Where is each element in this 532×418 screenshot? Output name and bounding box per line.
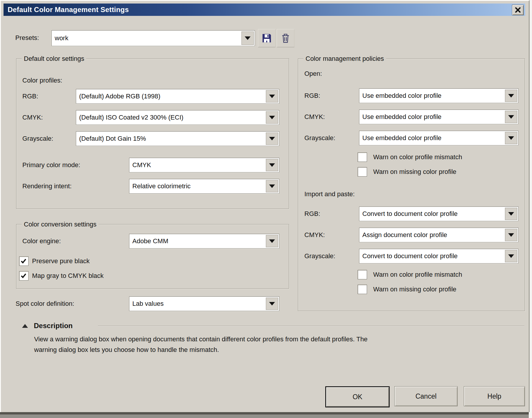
close-button[interactable] <box>512 5 524 15</box>
rendering-intent-value: Relative colorimetric <box>132 182 191 190</box>
group-color-management-policies-title: Color management policies <box>303 55 386 63</box>
map-gray-label[interactable]: Map gray to CMYK black <box>32 272 104 279</box>
group-default-color-settings-title: Default color settings <box>22 55 86 63</box>
dropdown-arrow-icon[interactable] <box>505 111 517 123</box>
preserve-pure-black-checkbox[interactable] <box>19 256 29 266</box>
dropdown-arrow-icon[interactable] <box>266 132 278 145</box>
open-cmyk-label: CMYK: <box>304 113 325 120</box>
description-divider <box>98 326 524 326</box>
open-grayscale-value: Use embedded color profile <box>362 134 441 142</box>
rendering-intent-combo[interactable]: Relative colorimetric <box>129 179 279 194</box>
open-warn-missing-checkbox[interactable] <box>358 167 367 177</box>
import-cmyk-label: CMYK: <box>304 231 325 239</box>
color-management-dialog: Default Color Management Settings Preset… <box>0 0 530 412</box>
dropdown-arrow-icon[interactable] <box>266 159 278 171</box>
import-cmyk-combo[interactable]: Assign document color profile <box>359 228 518 242</box>
import-warn-mismatch-label[interactable]: Warn on color profile mismatch <box>373 271 462 278</box>
help-button[interactable]: Help <box>464 386 525 406</box>
rgb-profile-combo[interactable]: (Default) Adobe RGB (1998) <box>76 89 279 104</box>
dropdown-arrow-icon[interactable] <box>505 132 517 144</box>
open-rgb-value: Use embedded color profile <box>362 92 441 100</box>
group-color-conversion-settings-title: Color conversion settings <box>22 221 99 228</box>
trash-icon <box>280 33 291 44</box>
import-rgb-label: RGB: <box>304 210 320 217</box>
rgb-profile-value: (Default) Adobe RGB (1998) <box>79 93 160 100</box>
import-grayscale-label: Grayscale: <box>304 253 335 260</box>
dialog-bottom-shadow <box>0 414 529 418</box>
description-text-line2: warning dialog box lets you choose how t… <box>34 346 219 353</box>
color-engine-combo[interactable]: Adobe CMM <box>129 234 279 249</box>
dropdown-arrow-icon[interactable] <box>505 208 517 220</box>
delete-preset-button[interactable] <box>277 29 294 47</box>
cmyk-profile-combo[interactable]: (Default) ISO Coated v2 300% (ECI) <box>76 110 279 125</box>
open-warn-missing-label[interactable]: Warn on missing color profile <box>373 168 456 175</box>
preserve-pure-black-label[interactable]: Preserve pure black <box>32 258 90 265</box>
color-engine-label: Color engine: <box>22 238 61 245</box>
presets-combo[interactable]: work <box>51 30 255 46</box>
import-grayscale-combo[interactable]: Convert to document color profile <box>359 249 518 263</box>
ok-button[interactable]: OK <box>325 386 390 407</box>
dropdown-arrow-icon[interactable] <box>266 235 278 247</box>
import-cmyk-value: Assign document color profile <box>362 231 447 239</box>
dropdown-arrow-icon[interactable] <box>266 90 278 103</box>
spot-color-definition-value: Lab values <box>132 300 164 308</box>
rendering-intent-label: Rendering intent: <box>22 183 72 190</box>
save-icon <box>261 33 272 44</box>
dropdown-arrow-icon[interactable] <box>266 180 278 192</box>
description-header[interactable]: Description <box>34 322 73 329</box>
import-rgb-value: Convert to document color profile <box>362 210 458 218</box>
description-collapse-icon[interactable] <box>22 324 28 328</box>
grayscale-profile-label: Grayscale: <box>22 135 53 142</box>
primary-color-mode-value: CMYK <box>132 161 151 169</box>
primary-color-mode-label: Primary color mode: <box>22 162 80 169</box>
dropdown-arrow-icon[interactable] <box>505 229 517 241</box>
map-gray-checkbox[interactable] <box>19 271 29 281</box>
import-rgb-combo[interactable]: Convert to document color profile <box>359 207 518 221</box>
save-preset-button[interactable] <box>258 29 276 47</box>
open-rgb-combo[interactable]: Use embedded color profile <box>359 88 518 103</box>
dropdown-arrow-icon[interactable] <box>505 250 517 262</box>
title-bar[interactable]: Default Color Management Settings <box>4 4 525 16</box>
grayscale-profile-combo[interactable]: (Default) Dot Gain 15% <box>76 131 279 146</box>
dropdown-arrow-icon[interactable] <box>505 90 517 102</box>
spot-color-definition-label: Spot color definition: <box>16 300 74 307</box>
open-warn-mismatch-label[interactable]: Warn on color profile mismatch <box>373 154 462 161</box>
primary-color-mode-combo[interactable]: CMYK <box>129 158 279 172</box>
grayscale-profile-value: (Default) Dot Gain 15% <box>79 135 146 142</box>
color-profiles-label: Color profiles: <box>22 77 62 84</box>
import-grayscale-value: Convert to document color profile <box>362 252 458 260</box>
open-rgb-label: RGB: <box>304 92 320 99</box>
close-icon <box>515 7 521 13</box>
presets-dropdown-arrow-icon[interactable] <box>241 31 254 45</box>
import-paste-section-label: Import and paste: <box>304 191 355 198</box>
rgb-profile-label: RGB: <box>22 93 38 100</box>
open-grayscale-label: Grayscale: <box>304 135 335 142</box>
presets-label: Presets: <box>15 34 39 41</box>
dropdown-arrow-icon[interactable] <box>266 298 278 310</box>
import-warn-missing-label[interactable]: Warn on missing color profile <box>373 286 456 293</box>
open-grayscale-combo[interactable]: Use embedded color profile <box>359 131 518 145</box>
import-warn-mismatch-checkbox[interactable] <box>358 270 367 279</box>
color-engine-value: Adobe CMM <box>132 237 168 245</box>
presets-value: work <box>55 34 68 42</box>
open-cmyk-combo[interactable]: Use embedded color profile <box>359 110 518 124</box>
cmyk-profile-label: CMYK: <box>22 114 43 121</box>
description-text-line1: View a warning dialog box when opening d… <box>34 336 368 343</box>
open-cmyk-value: Use embedded color profile <box>362 113 441 121</box>
check-icon <box>20 258 27 265</box>
spot-color-definition-combo[interactable]: Lab values <box>129 296 279 311</box>
screen: Default Color Management Settings Preset… <box>0 0 532 418</box>
open-section-label: Open: <box>304 70 322 77</box>
import-warn-missing-checkbox[interactable] <box>358 285 367 294</box>
dialog-bottom-border <box>0 412 529 414</box>
cmyk-profile-value: (Default) ISO Coated v2 300% (ECI) <box>79 114 184 121</box>
check-icon <box>20 272 27 279</box>
dialog-title: Default Color Management Settings <box>8 4 129 16</box>
open-warn-mismatch-checkbox[interactable] <box>358 152 367 162</box>
cancel-button[interactable]: Cancel <box>394 386 458 406</box>
dropdown-arrow-icon[interactable] <box>266 111 278 124</box>
